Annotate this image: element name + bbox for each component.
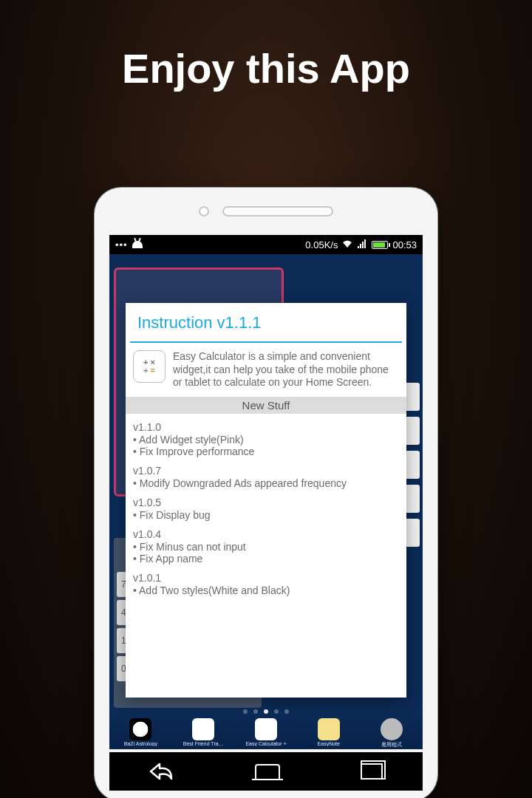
device-screen: ••• 0.05K/s 00:53 78 4 1 — [109, 235, 423, 749]
signal-icon — [357, 239, 367, 250]
page-indicator — [109, 709, 423, 714]
dialog-body[interactable]: + × ÷ = Easy Calculator is a simple and … — [126, 343, 406, 599]
intro-text: Easy Calculator is a simple and convenie… — [173, 350, 399, 389]
clock: 00:53 — [392, 239, 417, 250]
app-icon: + × ÷ = — [133, 350, 166, 383]
changelog-list: v1.1.0Add Widget style(Pink)Fix Improve … — [133, 421, 399, 596]
dock-app[interactable]: Best Friend Tra… — [180, 718, 227, 746]
wifi-icon — [342, 239, 352, 250]
hero-headline: Enjoy this App — [0, 44, 532, 92]
phone-frame: ••• 0.05K/s 00:53 78 4 1 — [95, 188, 437, 798]
app-dock: BaZi Astrology Best Friend Tra… Easy Cal… — [109, 717, 423, 749]
instruction-dialog: Instruction v1.1.1 + × ÷ = Easy Calculat… — [126, 303, 406, 698]
overflow-icon: ••• — [115, 239, 128, 250]
battery-icon — [372, 241, 388, 249]
changelog-item: Modify Downgraded Ads appeared frequency — [133, 477, 399, 489]
version-heading: v1.0.4 — [133, 528, 399, 540]
changelog-item: Fix Improve performance — [133, 446, 399, 457]
nav-back-button[interactable] — [149, 761, 174, 782]
nav-home-button[interactable] — [255, 764, 280, 779]
changelog-item: Fix App name — [133, 553, 399, 565]
changelog-item: Fix Display bug — [133, 509, 399, 521]
status-bar: ••• 0.05K/s 00:53 — [109, 235, 423, 254]
version-heading: v1.0.5 — [133, 497, 399, 508]
version-heading: v1.0.1 — [133, 572, 399, 584]
android-navbar — [109, 752, 423, 791]
changelog-item: Add Two styles(White and Black) — [133, 584, 399, 596]
dock-app[interactable]: BaZi Astrology — [117, 718, 164, 746]
version-heading: v1.1.0 — [133, 421, 399, 433]
version-heading: v1.0.7 — [133, 465, 399, 477]
android-icon — [132, 241, 143, 248]
dialog-title: Instruction v1.1.1 — [126, 303, 406, 341]
network-speed: 0.05K/s — [305, 239, 338, 250]
nav-recent-button[interactable] — [361, 763, 383, 780]
front-camera-icon — [199, 206, 209, 216]
phone-earpiece — [95, 188, 437, 235]
changelog-item: Fix Minus can not input — [133, 541, 399, 553]
dock-app[interactable]: EasyNote — [305, 718, 352, 746]
dock-app[interactable]: Easy Calculator + — [242, 718, 290, 746]
changelog-item: Add Widget style(Pink) — [133, 434, 399, 446]
new-stuff-header: New Stuff — [126, 397, 406, 414]
dock-app[interactable]: 應用程式 — [368, 718, 415, 748]
speaker-grille-icon — [222, 206, 333, 216]
